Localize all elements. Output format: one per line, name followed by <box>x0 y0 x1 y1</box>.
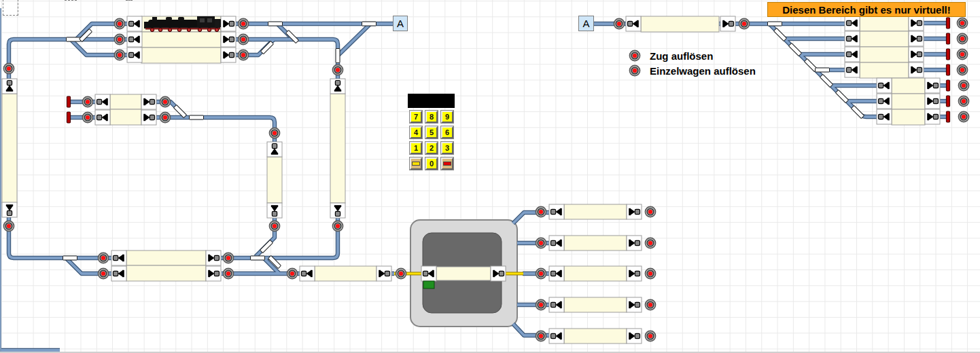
signal-red-icon[interactable] <box>332 64 343 75</box>
block[interactable] <box>892 109 925 125</box>
signal-red-icon[interactable] <box>957 18 967 28</box>
signal-red-icon[interactable] <box>957 49 967 59</box>
signal-red-icon[interactable] <box>238 34 248 44</box>
block[interactable] <box>110 109 141 125</box>
signal-red-icon[interactable] <box>3 63 14 73</box>
switch-state-indicator[interactable] <box>851 105 864 118</box>
switch-state-indicator[interactable] <box>835 90 848 103</box>
block[interactable] <box>330 94 345 203</box>
signal-red-icon[interactable] <box>3 221 14 231</box>
block[interactable] <box>2 94 17 203</box>
block[interactable] <box>564 297 627 312</box>
keypad-key-6[interactable]: 6 <box>441 126 453 138</box>
signal-red-icon[interactable] <box>614 18 624 29</box>
switch-state-indicator[interactable] <box>67 37 81 41</box>
signal-red-icon[interactable] <box>536 299 546 310</box>
switch-state-indicator[interactable] <box>190 115 204 119</box>
keypad-key-2[interactable]: 2 <box>425 142 438 154</box>
signal-red-icon[interactable] <box>645 331 655 341</box>
block[interactable] <box>564 204 627 219</box>
signal-red-icon[interactable] <box>536 238 546 248</box>
connector-tag-a-left[interactable]: A <box>393 16 408 31</box>
signal-red-icon[interactable] <box>536 206 546 217</box>
signal-red-icon[interactable] <box>82 96 92 107</box>
signal-red-icon[interactable] <box>114 18 124 29</box>
switch-state-indicator[interactable] <box>268 22 283 26</box>
locomotive-image[interactable] <box>144 16 221 32</box>
signal-red-icon[interactable] <box>238 18 248 29</box>
block[interactable] <box>641 16 719 32</box>
signal-red-icon[interactable] <box>82 112 92 122</box>
switch-state-indicator[interactable] <box>260 41 273 54</box>
signal-red-icon[interactable] <box>957 33 967 43</box>
block[interactable] <box>892 94 925 109</box>
signal-red-icon[interactable] <box>536 268 546 278</box>
switch-state-indicator[interactable] <box>63 256 77 260</box>
signal-red-icon[interactable] <box>645 238 655 248</box>
signal-red-icon[interactable] <box>287 268 297 278</box>
signal-red-icon[interactable] <box>269 128 279 138</box>
signal-red-icon[interactable] <box>223 268 233 278</box>
switch-state-indicator[interactable] <box>788 43 801 56</box>
keypad-key-1[interactable]: 1 <box>410 142 422 154</box>
signal-red-icon[interactable] <box>645 268 655 278</box>
block[interactable] <box>110 94 141 109</box>
keypad-key-yellow-bar[interactable] <box>410 157 422 170</box>
signal-red-icon[interactable] <box>114 34 124 44</box>
block[interactable] <box>436 267 491 280</box>
track <box>70 117 275 257</box>
block[interactable] <box>860 16 909 31</box>
block[interactable] <box>860 47 909 62</box>
keypad-key-0[interactable]: 0 <box>425 157 438 170</box>
block[interactable] <box>860 62 909 78</box>
block[interactable] <box>315 266 377 281</box>
signal-red-icon[interactable] <box>629 50 640 60</box>
switch-state-indicator[interactable] <box>820 74 833 87</box>
signal-red-icon[interactable] <box>238 50 248 60</box>
keypad-key-9[interactable]: 9 <box>441 111 453 123</box>
signal-red-icon[interactable] <box>223 253 233 263</box>
block[interactable] <box>564 266 627 281</box>
block[interactable] <box>860 31 909 47</box>
switch-state-indicator[interactable] <box>816 68 830 72</box>
signal-red-icon[interactable] <box>98 268 108 278</box>
block[interactable] <box>892 78 925 94</box>
signal-red-icon[interactable] <box>396 268 406 278</box>
signal-red-icon[interactable] <box>629 65 640 75</box>
signal-red-icon[interactable] <box>645 299 655 310</box>
signal-red-icon[interactable] <box>958 96 968 106</box>
keypad-key-red-bar[interactable] <box>441 157 453 170</box>
block[interactable] <box>564 236 627 250</box>
signal-red-icon[interactable] <box>332 221 343 231</box>
signal-red-icon[interactable] <box>536 331 546 341</box>
switch-state-indicator[interactable] <box>362 22 377 26</box>
signal-red-icon[interactable] <box>958 111 968 122</box>
switch-state-indicator[interactable] <box>251 256 265 260</box>
keypad-key-5[interactable]: 5 <box>425 126 438 138</box>
signal-red-icon[interactable] <box>160 112 170 122</box>
block[interactable] <box>267 157 282 203</box>
signal-red-icon[interactable] <box>114 50 124 60</box>
switch-state-indicator[interactable] <box>336 49 340 63</box>
switch-state-indicator[interactable] <box>260 240 273 253</box>
block[interactable] <box>126 250 206 265</box>
keypad-key-7[interactable]: 7 <box>410 111 422 123</box>
switch-state-indicator[interactable] <box>768 22 782 26</box>
signal-red-icon[interactable] <box>739 18 749 29</box>
block[interactable] <box>141 32 221 48</box>
keypad-key-8[interactable]: 8 <box>425 111 438 123</box>
switch-state-indicator[interactable] <box>773 28 786 41</box>
signal-red-icon[interactable] <box>269 221 279 231</box>
signal-red-icon[interactable] <box>645 206 655 217</box>
red-bar-icon <box>443 162 451 166</box>
block[interactable] <box>126 265 206 281</box>
signal-red-icon[interactable] <box>957 64 967 75</box>
block[interactable] <box>564 329 627 343</box>
block[interactable] <box>141 48 221 63</box>
signal-red-icon[interactable] <box>98 253 108 263</box>
connector-tag-a-right[interactable]: A <box>578 16 594 31</box>
keypad-key-4[interactable]: 4 <box>410 126 422 138</box>
signal-red-icon[interactable] <box>160 96 170 107</box>
signal-red-icon[interactable] <box>958 80 968 90</box>
keypad-key-3[interactable]: 3 <box>441 142 453 154</box>
